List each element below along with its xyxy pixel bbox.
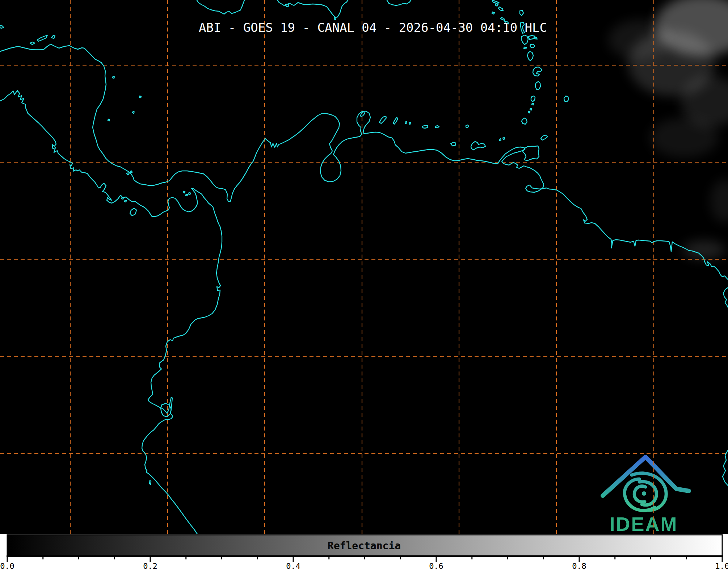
colorbar-label: Reflectancia bbox=[328, 540, 401, 552]
colorbar-tick-label: 0.2 bbox=[143, 562, 157, 571]
ideam-logo-text: IDEAM bbox=[610, 513, 678, 535]
map-background bbox=[0, 0, 728, 534]
colorbar-tick-label: 0.6 bbox=[429, 562, 443, 571]
colorbar-tick-label: 0.4 bbox=[286, 562, 300, 571]
cloud-patch bbox=[650, 118, 719, 158]
colorbar-tick-label: 0.8 bbox=[572, 562, 586, 571]
goes-satellite-frame: IDEAM ABI - GOES 19 - CANAL 04 - 2026-04… bbox=[0, 0, 728, 571]
colorbar-tick-label: 0.0 bbox=[0, 562, 14, 571]
colorbar: Reflectancia 0.00.20.40.60.81.0 bbox=[0, 534, 728, 571]
cloud-patch bbox=[608, 20, 670, 60]
colorbar-tick-label: 1.0 bbox=[715, 562, 728, 571]
map-title: ABI - GOES 19 - CANAL 04 - 2026-04-30 04… bbox=[199, 20, 547, 35]
cloud-patch bbox=[683, 240, 725, 259]
satellite-scene: IDEAM ABI - GOES 19 - CANAL 04 - 2026-04… bbox=[0, 0, 728, 571]
